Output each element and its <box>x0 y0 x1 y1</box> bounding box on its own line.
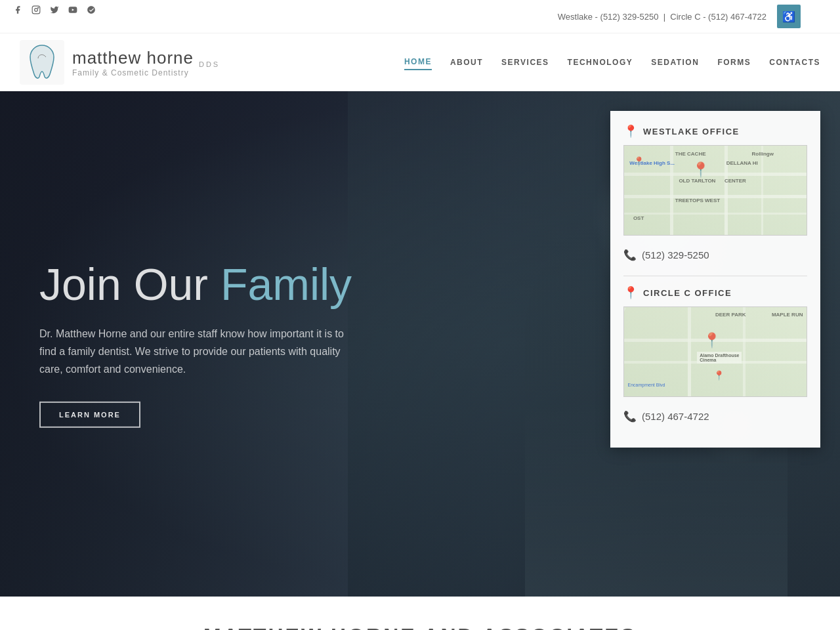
nav-home[interactable]: HOME <box>404 54 432 70</box>
hero-description: Dr. Matthew Horne and our entire staff k… <box>39 325 354 379</box>
social-bar <box>13 5 96 16</box>
nav-sedation[interactable]: SEDATION <box>651 55 699 70</box>
bottom-title: MATTHEW HORNE AND ASSOCIATES <box>203 624 637 631</box>
accessibility-icon: ♿ <box>782 10 795 23</box>
svg-rect-0 <box>32 6 40 14</box>
accessibility-button[interactable]: ♿ <box>777 5 801 28</box>
hero-section: Join Our Family Dr. Matthew Horne and ou… <box>0 91 840 597</box>
instagram-icon[interactable] <box>32 5 41 16</box>
twitter-icon[interactable] <box>50 5 59 16</box>
facebook-icon[interactable] <box>13 5 22 16</box>
nav-about[interactable]: ABOUT <box>450 55 483 70</box>
offices-panel: 📍 WESTLAKE OFFICE THE CACHE OLD TARLTON … <box>610 111 820 448</box>
learn-more-button[interactable]: LEARN MORE <box>39 402 140 428</box>
circlec-office: 📍 CIRCLE C OFFICE DEER PARK MAPLE RUN Al… <box>623 285 807 428</box>
hero-title: Join Our Family <box>39 260 354 309</box>
hero-title-part2: Family <box>220 259 352 309</box>
westlake-phone-number: (512) 329-5250 <box>642 249 709 261</box>
yelp-icon[interactable] <box>87 5 96 16</box>
circlec-header: 📍 CIRCLE C OFFICE <box>623 285 807 300</box>
logo-subtitle: Family & Cosmetic Dentistry <box>72 68 220 77</box>
circlec-map[interactable]: DEER PARK MAPLE RUN Alamo DrafthouseCine… <box>623 306 807 397</box>
circlec-phone[interactable]: 📞 (512) 467-4722 <box>623 405 807 428</box>
offices-divider <box>623 276 807 276</box>
logo-name: matthew horne <box>72 48 194 68</box>
hero-title-part1: Join Our <box>39 259 220 309</box>
logo-area: matthew horne DDS Family & Cosmetic Dent… <box>20 40 220 85</box>
westlake-office: 📍 WESTLAKE OFFICE THE CACHE OLD TARLTON … <box>623 124 807 266</box>
logo-icon[interactable] <box>20 40 64 85</box>
westlake-map[interactable]: THE CACHE OLD TARLTON CENTER TREETOPS WE… <box>623 145 807 236</box>
circlec-contact: Circle C - (512) 467-4722 <box>670 12 766 22</box>
westlake-title: WESTLAKE OFFICE <box>643 127 740 136</box>
circlec-phone-icon: 📞 <box>623 410 637 423</box>
header: matthew horne DDS Family & Cosmetic Dent… <box>0 33 840 91</box>
westlake-contact: Westlake - (512) 329-5250 <box>558 12 659 22</box>
nav-forms[interactable]: FORMS <box>717 55 751 70</box>
westlake-phone[interactable]: 📞 (512) 329-5250 <box>623 243 807 266</box>
nav-contacts[interactable]: CONTACTS <box>769 55 820 70</box>
westlake-pin-icon: 📍 <box>623 124 638 138</box>
circlec-title: CIRCLE C OFFICE <box>643 288 732 298</box>
logo-text: matthew horne DDS Family & Cosmetic Dent… <box>72 48 220 77</box>
top-bar: Westlake - (512) 329-5250 | Circle C - (… <box>0 0 840 33</box>
bottom-section: MATTHEW HORNE AND ASSOCIATES <box>0 597 840 630</box>
youtube-icon[interactable] <box>68 5 77 16</box>
westlake-header: 📍 WESTLAKE OFFICE <box>623 124 807 138</box>
circlec-pin-icon: 📍 <box>623 285 638 300</box>
svg-point-2 <box>38 7 39 8</box>
logo-dds: DDS <box>199 60 220 68</box>
main-nav: HOME ABOUT SERVICES TECHNOLOGY SEDATION … <box>404 54 820 70</box>
svg-point-1 <box>35 9 38 12</box>
circlec-phone-number: (512) 467-4722 <box>642 411 709 422</box>
nav-services[interactable]: SERVICES <box>501 55 549 70</box>
hero-content: Join Our Family Dr. Matthew Horne and ou… <box>39 260 354 428</box>
westlake-phone-icon: 📞 <box>623 249 637 261</box>
nav-technology[interactable]: TECHNOLOGY <box>568 55 633 70</box>
